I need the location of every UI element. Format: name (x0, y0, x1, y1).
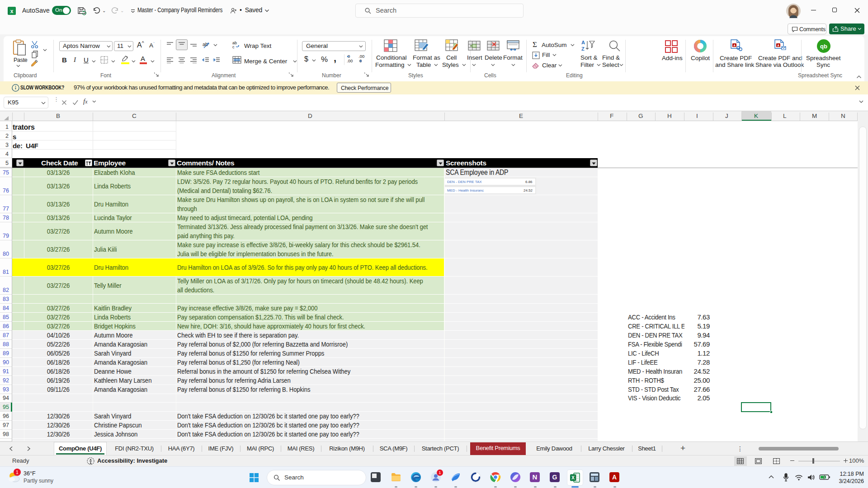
svg-text:c: c (232, 45, 235, 49)
svg-text:.00: .00 (347, 58, 353, 63)
svg-text:Z: Z (581, 46, 585, 52)
svg-text:X: X (571, 475, 575, 480)
svg-text:A: A (733, 44, 736, 47)
svg-text:A: A (777, 44, 779, 47)
svg-text:A: A (581, 40, 585, 45)
svg-text:qb: qb (820, 43, 827, 50)
svg-text:x: x (10, 8, 14, 14)
